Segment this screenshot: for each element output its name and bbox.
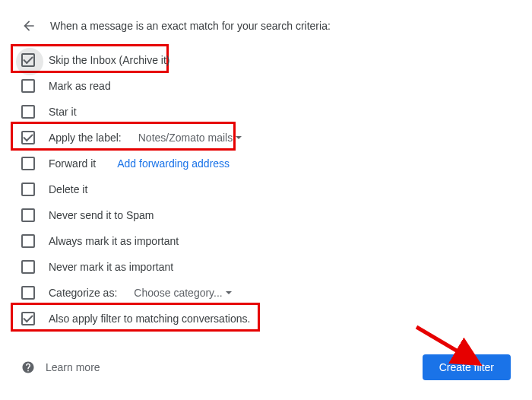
dialog-title: When a message is an exact match for you… <box>50 20 331 32</box>
option-delete: Delete it <box>21 176 511 202</box>
option-never-important: Never mark it as important <box>21 254 511 280</box>
checkbox-delete[interactable] <box>21 183 35 196</box>
category-dropdown[interactable]: Choose category... <box>134 287 231 299</box>
option-always-important: Always mark it as important <box>21 228 511 254</box>
option-label: Never mark it as important <box>49 261 173 273</box>
option-apply-label: Apply the label: Notes/Zomato mails <box>21 125 511 151</box>
chevron-down-icon <box>236 136 242 139</box>
checkbox-categorize[interactable] <box>21 286 35 300</box>
option-label: Also apply filter to matching conversati… <box>49 313 250 325</box>
learn-more-link[interactable]: Learn more <box>21 360 100 374</box>
option-label: Mark as read <box>49 80 111 92</box>
create-filter-button[interactable]: Create filter <box>423 354 511 380</box>
option-categorize: Categorize as: Choose category... <box>21 280 511 306</box>
option-label: Skip the Inbox (Archive it) <box>49 54 170 66</box>
option-star: Star it <box>21 99 511 125</box>
option-never-spam: Never send it to Spam <box>21 202 511 228</box>
option-also-apply: Also apply filter to matching conversati… <box>21 306 511 332</box>
checkbox-always-important[interactable] <box>21 234 35 248</box>
option-forward: Forward it Add forwarding address <box>21 151 511 176</box>
checkbox-mark-read[interactable] <box>21 79 35 93</box>
checkbox-skip-inbox[interactable] <box>21 53 35 67</box>
option-label: Never send it to Spam <box>49 209 154 221</box>
label-dropdown[interactable]: Notes/Zomato mails <box>138 132 242 144</box>
checkbox-apply-label[interactable] <box>21 131 35 144</box>
option-skip-inbox: Skip the Inbox (Archive it) <box>21 47 511 73</box>
back-arrow-icon[interactable] <box>21 18 36 33</box>
option-label: Apply the label: <box>49 132 122 144</box>
option-label: Categorize as: <box>49 287 117 299</box>
checkbox-forward[interactable] <box>21 157 35 170</box>
checkbox-also-apply[interactable] <box>21 312 35 325</box>
option-label: Always mark it as important <box>49 235 179 247</box>
option-mark-read: Mark as read <box>21 73 511 99</box>
option-label: Delete it <box>49 183 87 195</box>
option-label: Forward it <box>49 157 96 170</box>
dropdown-value: Notes/Zomato mails <box>138 132 233 144</box>
checkbox-never-spam[interactable] <box>21 208 35 222</box>
dropdown-value: Choose category... <box>134 287 222 299</box>
learn-more-label: Learn more <box>46 361 100 373</box>
option-label: Star it <box>49 106 77 118</box>
checkbox-star[interactable] <box>21 105 35 119</box>
chevron-down-icon <box>226 291 232 294</box>
help-icon <box>21 360 35 374</box>
checkbox-never-important[interactable] <box>21 260 35 274</box>
add-forwarding-link[interactable]: Add forwarding address <box>117 157 230 170</box>
